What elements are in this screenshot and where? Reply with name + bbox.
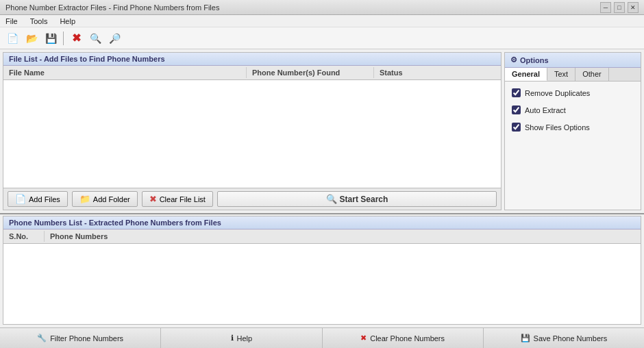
option-remove-duplicates[interactable]: Remove Duplicates bbox=[512, 88, 634, 97]
toolbar-new-button[interactable]: 📄 bbox=[4, 30, 21, 47]
file-list-title: File List - Add Files to Find Phone Numb… bbox=[3, 53, 501, 66]
col-sno: S.No. bbox=[3, 231, 45, 242]
file-list-section: File List - Add Files to Find Phone Numb… bbox=[0, 49, 644, 214]
options-icon: ⚙ bbox=[510, 55, 517, 64]
clear-phone-icon: ✖ bbox=[360, 334, 367, 343]
main-content: File List - Add Files to Find Phone Numb… bbox=[0, 49, 644, 348]
maximize-button[interactable]: □ bbox=[614, 2, 625, 13]
file-table-body bbox=[3, 80, 501, 188]
add-folder-icon: 📁 bbox=[79, 194, 90, 204]
menu-file[interactable]: File bbox=[3, 17, 21, 25]
file-table-header: File Name Phone Number(s) Found Status bbox=[3, 66, 501, 80]
menu-tools[interactable]: Tools bbox=[27, 17, 51, 25]
add-files-label: Add Files bbox=[29, 195, 60, 203]
menu-help[interactable]: Help bbox=[57, 17, 78, 25]
window-controls: ─ □ ✕ bbox=[600, 2, 639, 13]
add-files-icon: 📄 bbox=[15, 194, 26, 204]
help-label: Help bbox=[237, 334, 253, 343]
show-files-options-checkbox[interactable] bbox=[512, 123, 521, 132]
help-button[interactable]: ℹ Help bbox=[161, 328, 322, 348]
phone-table-header: S.No. Phone Numbers bbox=[3, 229, 641, 244]
start-search-button[interactable]: 🔍 Start Search bbox=[217, 191, 497, 207]
options-content: Remove Duplicates Auto Extract Show File… bbox=[505, 82, 641, 138]
filter-icon: 🔧 bbox=[37, 334, 47, 343]
phone-actions: 🔧 Filter Phone Numbers ℹ Help ✖ Clear Ph… bbox=[0, 327, 644, 348]
help-icon: ℹ bbox=[231, 334, 234, 343]
window-title: Phone Number Extractor Files - Find Phon… bbox=[5, 3, 219, 12]
option-show-files-options[interactable]: Show Files Options bbox=[512, 123, 634, 132]
col-filename: File Name bbox=[3, 67, 247, 78]
phone-numbers-section: Phone Numbers List - Extracted Phone Num… bbox=[0, 214, 644, 348]
auto-extract-checkbox[interactable] bbox=[512, 105, 521, 114]
add-files-button[interactable]: 📄 Add Files bbox=[8, 191, 68, 207]
phone-table-body bbox=[3, 244, 641, 324]
filter-phone-numbers-button[interactable]: 🔧 Filter Phone Numbers bbox=[0, 328, 161, 348]
tab-other[interactable]: Other bbox=[575, 68, 609, 81]
minimize-button[interactable]: ─ bbox=[600, 2, 611, 13]
toolbar-separator-1 bbox=[63, 32, 64, 45]
phone-list-title: Phone Numbers List - Extracted Phone Num… bbox=[3, 216, 641, 229]
options-title: ⚙ Options bbox=[505, 53, 641, 68]
toolbar: 📄 📂 💾 ✖ 🔍 🔎 bbox=[0, 27, 644, 49]
remove-duplicates-checkbox[interactable] bbox=[512, 88, 521, 97]
options-tabs: General Text Other bbox=[505, 68, 641, 82]
phone-list-panel: Phone Numbers List - Extracted Phone Num… bbox=[3, 216, 641, 325]
add-folder-label: Add Folder bbox=[93, 195, 130, 203]
clear-file-list-icon: ✖ bbox=[149, 194, 157, 204]
clear-phone-numbers-button[interactable]: ✖ Clear Phone Numbers bbox=[323, 328, 484, 348]
auto-extract-label: Auto Extract bbox=[525, 106, 566, 114]
save-icon: 💾 bbox=[521, 334, 530, 343]
option-auto-extract[interactable]: Auto Extract bbox=[512, 105, 634, 114]
filter-label: Filter Phone Numbers bbox=[50, 334, 123, 343]
col-numbers-found: Phone Number(s) Found bbox=[247, 67, 374, 78]
options-panel: ⚙ Options General Text Other Remove Dupl… bbox=[504, 52, 641, 210]
file-list-panel: File List - Add Files to Find Phone Numb… bbox=[3, 52, 501, 210]
show-files-options-label: Show Files Options bbox=[525, 123, 590, 132]
file-list-actions: 📄 Add Files 📁 Add Folder ✖ Clear File Li… bbox=[3, 188, 501, 210]
clear-phone-label: Clear Phone Numbers bbox=[370, 334, 445, 343]
save-label: Save Phone Numbers bbox=[534, 334, 608, 343]
save-phone-numbers-button[interactable]: 💾 Save Phone Numbers bbox=[484, 328, 644, 348]
close-button[interactable]: ✕ bbox=[628, 2, 639, 13]
add-folder-button[interactable]: 📁 Add Folder bbox=[72, 191, 138, 207]
title-bar: Phone Number Extractor Files - Find Phon… bbox=[0, 0, 644, 15]
toolbar-search-button[interactable]: 🔍 bbox=[87, 30, 103, 47]
clear-file-list-label: Clear File List bbox=[160, 195, 206, 203]
toolbar-open-button[interactable]: 📂 bbox=[23, 30, 40, 47]
start-search-icon: 🔍 bbox=[326, 194, 337, 204]
menu-bar: File Tools Help bbox=[0, 15, 644, 27]
tab-general[interactable]: General bbox=[505, 68, 547, 81]
toolbar-save-button[interactable]: 💾 bbox=[42, 30, 59, 47]
remove-duplicates-label: Remove Duplicates bbox=[525, 89, 590, 97]
clear-file-list-button[interactable]: ✖ Clear File List bbox=[142, 191, 213, 207]
toolbar-zoom-button[interactable]: 🔎 bbox=[106, 30, 123, 47]
toolbar-stop-button[interactable]: ✖ bbox=[68, 30, 84, 47]
options-title-text: Options bbox=[520, 56, 549, 64]
col-phone-numbers: Phone Numbers bbox=[45, 231, 641, 242]
tab-text[interactable]: Text bbox=[547, 68, 575, 81]
col-status: Status bbox=[374, 67, 501, 78]
start-search-label: Start Search bbox=[340, 195, 388, 204]
